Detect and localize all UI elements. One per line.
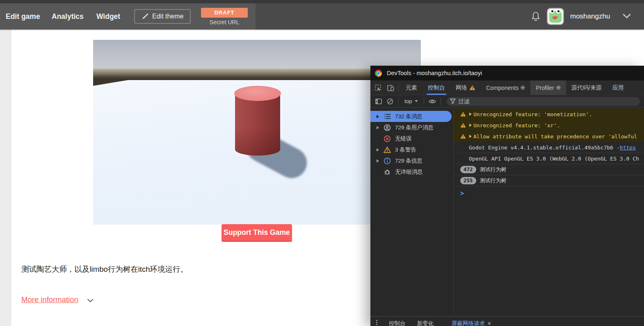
embed-sky xyxy=(93,40,421,69)
console-filter[interactable] xyxy=(447,97,640,106)
chevron-down-icon[interactable] xyxy=(622,12,633,21)
execution-context-selector[interactable]: top xyxy=(402,98,420,104)
toggle-sidebar-icon[interactable] xyxy=(374,96,384,106)
gear-icon xyxy=(556,85,561,90)
divider xyxy=(398,98,399,105)
username[interactable]: moshangzhu xyxy=(570,3,610,30)
more-information-chevron-icon[interactable] xyxy=(87,297,94,304)
game-description: 测试陶艺大师，以及limbo行为树在itch环境运行。 xyxy=(21,264,188,274)
console-prompt[interactable]: > xyxy=(454,188,644,199)
screen: Edit game Analytics Widget Edit theme DR… xyxy=(0,0,644,326)
red-cylinder-top xyxy=(234,86,281,101)
user-messages-icon xyxy=(384,124,391,131)
tab-profiler[interactable]: Profiler xyxy=(530,80,566,95)
tab-sources[interactable]: 源代码/来源 xyxy=(566,80,607,95)
frog-avatar-image xyxy=(549,11,562,23)
close-icon[interactable]: ✕ xyxy=(487,321,491,326)
warning-icon xyxy=(384,146,391,154)
devtools-titlebar[interactable]: DevTools - moshangzhu.itch.io/taoyi xyxy=(370,66,644,80)
filter-input[interactable] xyxy=(459,98,637,104)
edit-theme-label: Edit theme xyxy=(152,13,183,20)
console-message-counted: 472 测试行为树 xyxy=(454,164,644,175)
filter-funnel-icon xyxy=(450,99,456,104)
expand-arrow-icon[interactable] xyxy=(469,135,473,138)
nav-widget[interactable]: Widget xyxy=(96,3,120,30)
console-message-counted: 255 测试行为树 xyxy=(454,175,644,186)
page-gutter xyxy=(0,30,11,326)
info-icon xyxy=(384,157,391,165)
prompt-chevron-icon: > xyxy=(460,190,464,197)
expand-arrow-icon[interactable] xyxy=(377,126,381,129)
expand-arrow-icon[interactable] xyxy=(377,159,381,163)
warning-icon xyxy=(460,123,466,128)
drawer-tab-whats-new[interactable]: 新变化 xyxy=(417,320,434,326)
console-message-warning[interactable]: Unrecognized feature: 'monetization'. xyxy=(454,109,644,120)
sidebar-item-warnings[interactable]: 3 条警告 xyxy=(370,144,453,155)
gear-icon xyxy=(521,85,525,90)
devtools-window: DevTools - moshangzhu.itch.io/taoyi 元素 控… xyxy=(370,66,644,326)
device-toolbar-icon[interactable] xyxy=(384,80,397,95)
drawer-tab-console[interactable]: 控制台 xyxy=(389,320,406,326)
console-message-warning[interactable]: Unrecognized feature: 'xr'. xyxy=(454,120,644,131)
console-body: 732 条消息 729 条用户消息 无错误 xyxy=(370,108,644,316)
devtools-tabbar: 元素 控制台 网络 Components Profiler xyxy=(370,80,644,95)
console-message-log: Godot Engine v4.4.1.stable.official.49a5… xyxy=(454,142,644,153)
draft-badge: DRAFT xyxy=(201,8,248,18)
godot-link[interactable]: https xyxy=(620,145,636,151)
network-warning-icon xyxy=(469,85,475,90)
repeat-count-badge: 255 xyxy=(460,177,476,184)
chrome-logo-icon xyxy=(375,70,382,77)
console-toolbar: top xyxy=(370,95,644,108)
nav-edit-game[interactable]: Edit game xyxy=(6,3,40,30)
sidebar-item-user-messages[interactable]: 729 条用户消息 xyxy=(370,122,453,133)
nav-analytics[interactable]: Analytics xyxy=(52,3,84,30)
console-message-log: OpenGL API OpenGL ES 3.0 (WebGL 2.0 (Ope… xyxy=(454,153,644,164)
red-cylinder xyxy=(235,93,280,156)
tab-application[interactable]: 应用 xyxy=(607,80,629,95)
support-this-game-button[interactable]: Support This Game xyxy=(222,224,292,242)
warning-icon xyxy=(460,134,466,139)
edit-theme-button[interactable]: Edit theme xyxy=(134,9,191,24)
sidebar-item-info[interactable]: 729 条信息 xyxy=(370,155,453,166)
tab-console[interactable]: 控制台 xyxy=(422,80,450,95)
tab-network[interactable]: 网络 xyxy=(450,80,481,95)
drawer-tab-network-blocking[interactable]: 屏蔽网络请求 ✕ xyxy=(452,320,491,326)
sidebar-item-all-messages[interactable]: 732 条消息 xyxy=(370,111,452,122)
tab-elements[interactable]: 元素 xyxy=(400,80,422,95)
avatar[interactable] xyxy=(547,8,564,25)
brush-icon xyxy=(142,13,148,20)
expand-arrow-icon[interactable] xyxy=(469,112,473,116)
divider xyxy=(398,84,399,92)
console-message-warning[interactable]: Allow attribute will take precedence ove… xyxy=(454,131,644,142)
draft-status: DRAFT Secret URL xyxy=(201,8,248,25)
caret-down-icon xyxy=(415,100,418,102)
console-messages: Unrecognized feature: 'monetization'. Un… xyxy=(454,108,644,316)
secret-url-link[interactable]: Secret URL xyxy=(201,19,248,25)
verbose-bug-icon xyxy=(384,168,391,176)
console-sidebar: 732 条消息 729 条用户消息 无错误 xyxy=(370,108,454,316)
error-icon xyxy=(384,135,391,142)
sidebar-item-verbose[interactable]: 无详细消息 xyxy=(370,166,453,177)
expand-arrow-icon[interactable] xyxy=(377,115,381,118)
clear-console-icon[interactable] xyxy=(385,96,395,106)
warning-icon xyxy=(460,112,466,117)
devtools-title: DevTools - moshangzhu.itch.io/taoyi xyxy=(387,70,482,76)
devtools-drawer-bar: 控制台 新变化 屏蔽网络请求 ✕ xyxy=(370,316,644,326)
repeat-count-badge: 472 xyxy=(460,166,476,173)
expand-arrow-icon[interactable] xyxy=(377,148,381,152)
more-information-link[interactable]: More information xyxy=(21,295,78,304)
notifications-bell-icon[interactable] xyxy=(530,11,541,22)
expand-arrow-icon[interactable] xyxy=(469,124,473,127)
live-expression-eye-icon[interactable] xyxy=(427,96,437,106)
inspect-element-icon[interactable] xyxy=(372,80,384,95)
divider xyxy=(441,98,441,105)
itch-header: Edit game Analytics Widget Edit theme DR… xyxy=(0,3,644,30)
more-options-icon[interactable] xyxy=(376,320,377,325)
divider xyxy=(424,98,424,105)
messages-list-icon xyxy=(384,113,391,120)
sidebar-item-errors[interactable]: 无错误 xyxy=(370,133,453,144)
tab-components[interactable]: Components xyxy=(481,80,530,95)
top-strip xyxy=(0,0,644,3)
